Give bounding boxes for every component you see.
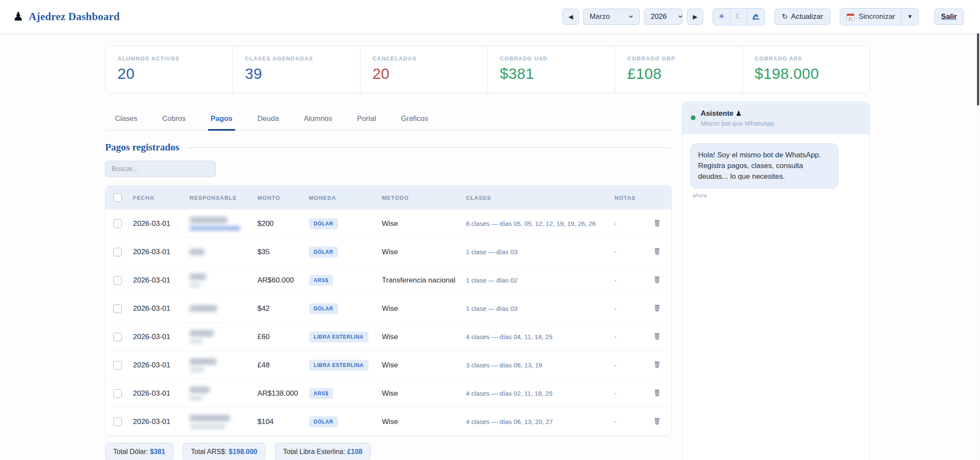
- table-row: 2026-03-01AR$60.000ARS$Transferencia nac…: [106, 266, 671, 294]
- delete-button[interactable]: [653, 360, 661, 370]
- redacted-name: [190, 330, 214, 337]
- tab-deuda[interactable]: Deuda: [255, 112, 281, 131]
- total-value: $198.000: [229, 448, 257, 455]
- total-value: £108: [347, 448, 363, 455]
- cell-moneda: ARS$: [309, 388, 382, 399]
- cell-moneda: LIBRA ESTERLINA: [309, 360, 382, 371]
- cell-notas: -: [614, 277, 643, 284]
- cell-clases: 1 clase — días 03: [466, 248, 614, 256]
- section-rule: [187, 147, 671, 148]
- delete-button[interactable]: [653, 417, 661, 427]
- sun-icon: ☀: [718, 12, 725, 21]
- cell-fecha: 2026-03-01: [133, 418, 190, 426]
- row-checkbox[interactable]: [113, 219, 122, 228]
- column-header-moneda: MONEDA: [309, 195, 382, 201]
- stat-value: 20: [118, 65, 233, 82]
- cell-notas: -: [614, 220, 643, 227]
- column-header-clases: CLASES: [466, 195, 614, 201]
- assistant-panel: Asistente ♟ Mismo bot que WhatsApp Hola!…: [682, 102, 870, 460]
- stat-label: COBRADO ARS: [755, 55, 870, 62]
- cell-clases: 1 clase — días 02: [466, 277, 614, 284]
- totals-row: Total Dólar: $381Total ARS$: $198.000Tot…: [105, 443, 671, 460]
- app-title: Ajedrez Dashboard: [29, 11, 120, 23]
- cell-responsable: [190, 415, 257, 429]
- trash-icon: [653, 417, 661, 425]
- stats-row: ALUMNOS ACTIVOS20CLASES AGENDADAS39CANCE…: [105, 45, 870, 93]
- theme-ocean-button[interactable]: [747, 9, 765, 25]
- stat-label: CANCELADAS: [372, 55, 487, 62]
- tab-pagos[interactable]: Pagos: [208, 112, 235, 131]
- search-input[interactable]: [105, 161, 216, 177]
- currency-badge: DÓLAR: [309, 218, 338, 229]
- row-checkbox[interactable]: [113, 361, 122, 370]
- row-checkbox[interactable]: [113, 333, 122, 341]
- delete-button[interactable]: [653, 275, 661, 285]
- cell-moneda: DÓLAR: [309, 247, 382, 258]
- next-month-button[interactable]: ▶: [687, 9, 703, 25]
- theme-light-button[interactable]: ☀: [713, 9, 730, 25]
- row-checkbox[interactable]: [113, 389, 122, 398]
- month-select[interactable]: Marzo: [583, 9, 640, 25]
- tab-graficos[interactable]: Graficos: [398, 112, 430, 131]
- cell-clases: 4 clases — días 06, 13, 20, 27: [466, 418, 614, 425]
- top-header: ♟ Ajedrez Dashboard ◀ Marzo 2026 ▶ ☀ ☾: [0, 0, 980, 33]
- delete-button[interactable]: [653, 388, 661, 398]
- theme-toggle-group: ☀ ☾: [713, 8, 765, 25]
- assistant-title: Asistente ♟: [701, 109, 774, 118]
- currency-badge: DÓLAR: [309, 247, 338, 258]
- chat-timestamp: ahora: [693, 192, 862, 198]
- cell-moneda: ARS$: [309, 275, 382, 286]
- page-body: ALUMNOS ACTIVOS20CLASES AGENDADAS39CANCE…: [0, 33, 980, 460]
- tab-bar: ClasesCobrosPagosDeudaAlumnosPortalGrafi…: [105, 112, 671, 131]
- delete-button[interactable]: [653, 219, 661, 228]
- row-checkbox[interactable]: [113, 418, 122, 426]
- sincronizar-button[interactable]: 17 Sincronizar: [840, 9, 901, 25]
- main-column: ClasesCobrosPagosDeudaAlumnosPortalGrafi…: [105, 102, 671, 460]
- stat-card: COBRADO ARS$198.000: [743, 46, 870, 93]
- month-select-value: Marzo: [590, 12, 610, 21]
- redacted-subtext: [190, 424, 226, 429]
- cell-fecha: 2026-03-01: [133, 304, 190, 313]
- stat-label: CLASES AGENDADAS: [245, 55, 360, 62]
- trash-icon: [653, 247, 661, 256]
- tab-alumnos[interactable]: Alumnos: [301, 112, 335, 131]
- table-row: 2026-03-01£60LIBRA ESTERLINAWise4 clases…: [106, 322, 671, 351]
- row-checkbox[interactable]: [113, 304, 122, 313]
- chat-bubble: Hola! Soy el mismo bot de WhatsApp. Regi…: [690, 143, 838, 189]
- redacted-subtext: [190, 396, 203, 400]
- prev-month-button[interactable]: ◀: [563, 9, 579, 25]
- cell-metodo: Wise: [382, 389, 466, 398]
- cell-notas: -: [614, 248, 643, 256]
- trash-icon: [653, 332, 661, 340]
- row-checkbox[interactable]: [113, 276, 122, 285]
- select-all-checkbox[interactable]: [113, 193, 122, 202]
- delete-button[interactable]: [653, 247, 661, 257]
- delete-button[interactable]: [653, 304, 661, 313]
- assistant-header: Asistente ♟ Mismo bot que WhatsApp: [682, 102, 869, 134]
- theme-dark-button[interactable]: ☾: [730, 9, 747, 25]
- delete-button[interactable]: [653, 332, 661, 342]
- sincronizar-label: Sincronizar: [859, 12, 895, 21]
- cell-moneda: DÓLAR: [309, 303, 382, 314]
- tab-portal[interactable]: Portal: [354, 112, 378, 131]
- actualizar-button[interactable]: ↻ Actualizar: [774, 9, 830, 25]
- cell-clases: 1 clase — días 03: [466, 305, 614, 312]
- currency-badge: DÓLAR: [309, 303, 338, 314]
- salir-link[interactable]: Salir: [934, 9, 964, 25]
- table-row: 2026-03-01$104DÓLARWise4 clases — días 0…: [106, 407, 671, 436]
- table-row: 2026-03-01AR$138.000ARS$Wise4 clases — d…: [106, 379, 671, 407]
- tab-clases[interactable]: Clases: [112, 112, 140, 131]
- row-checkbox[interactable]: [113, 248, 122, 256]
- scrollbar-track[interactable]: [977, 0, 980, 460]
- trash-icon: [653, 304, 661, 312]
- year-select[interactable]: 2026: [644, 9, 683, 25]
- redacted-name: [190, 217, 227, 223]
- cell-monto: $200: [257, 219, 309, 228]
- cell-clases: 3 clases — días 06, 13, 19: [466, 361, 614, 369]
- redacted-subtext: [190, 226, 240, 231]
- cell-moneda: DÓLAR: [309, 218, 382, 229]
- table-row: 2026-03-01$35DÓLARWise1 clase — días 03-: [106, 238, 671, 266]
- sincronizar-caret-button[interactable]: ▼: [901, 9, 918, 25]
- tab-cobros[interactable]: Cobros: [160, 112, 188, 131]
- chevron-down-icon: [629, 14, 633, 19]
